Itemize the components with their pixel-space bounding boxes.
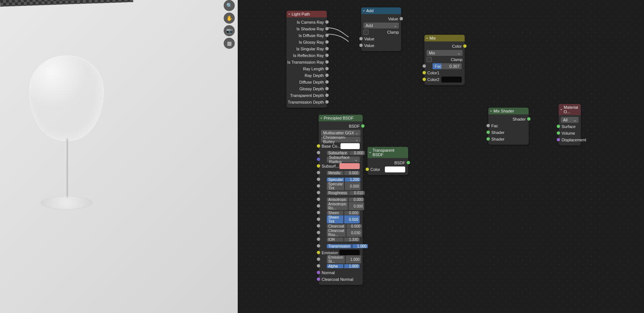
shader-input-1[interactable]: Shader	[488, 129, 529, 136]
lightpath-output-3[interactable]: Is Glossy Ray	[287, 39, 327, 46]
fac-input[interactable]: Fac	[488, 122, 529, 129]
lightpath-output-9[interactable]: Diffuse Depth	[287, 79, 327, 85]
blend-mode-select[interactable]: Mix	[427, 50, 462, 56]
lightpath-output-4[interactable]: Is Singular Ray	[287, 46, 327, 52]
node-title: Principled BSDF	[324, 116, 354, 120]
alpha-input[interactable]: Alpha1.000	[319, 263, 363, 269]
principled-param-transmission[interactable]: Transmission1.000	[319, 243, 363, 249]
principled-param-subsurface-radius[interactable]: Subsurface Radius	[319, 156, 363, 163]
node-title: Mix Shader	[494, 109, 514, 113]
principled-param-anisotropic-ro-[interactable]: Anisotropic Ro...0.000	[319, 203, 363, 209]
node-title: Add	[366, 9, 374, 13]
principled-bsdf-node[interactable]: Principled BSDF BSDF Multiscatter GGX Ch…	[319, 115, 363, 285]
clearcoat-normal-input[interactable]: Clearcoat Normal	[319, 276, 363, 283]
color1-input[interactable]: Color1	[424, 70, 465, 76]
transparent-bg-edge	[0, 0, 133, 7]
perspective-icon[interactable]: ▦	[224, 38, 235, 49]
value-output[interactable]: Value	[361, 16, 401, 22]
fac-slider[interactable]: Fac0.307	[433, 63, 462, 69]
pan-icon[interactable]: ✋	[224, 13, 235, 24]
viewport-tool-column: 🔍 ✋ 📷 ▦	[224, 0, 235, 49]
emission-strength-input[interactable]: Emission St...1.000	[319, 256, 363, 263]
material-output-node[interactable]: Material O... All Surface Volume Displac…	[559, 104, 581, 145]
lightpath-output-5[interactable]: Is Reflection Ray	[287, 52, 327, 59]
principled-param-sheen-tint[interactable]: Sheen Tint0.500	[319, 216, 363, 223]
math-add-node[interactable]: Add Value Add Clamp Value Value	[361, 7, 401, 51]
lightpath-output-1[interactable]: Is Shadow Ray	[287, 26, 327, 32]
node-title: Light Path	[292, 12, 310, 16]
lightpath-output-10[interactable]: Glossy Depth	[287, 85, 327, 92]
value-input-2[interactable]: Value	[361, 42, 401, 49]
bsdf-output[interactable]: BSDF	[367, 159, 408, 166]
node-header[interactable]: Principled BSDF	[319, 115, 363, 121]
color-output[interactable]: Color	[424, 43, 465, 50]
base-color-input[interactable]: Base Co...	[319, 143, 363, 149]
node-header[interactable]: Mix	[424, 35, 465, 41]
node-header[interactable]: Add	[361, 7, 401, 14]
lightpath-output-2[interactable]: Is Diffuse Ray	[287, 32, 327, 39]
lightpath-output-8[interactable]: Ray Depth	[287, 72, 327, 79]
displacement-input[interactable]: Displacement	[559, 137, 581, 143]
volume-input[interactable]: Volume	[559, 130, 581, 137]
lightpath-output-12[interactable]: Transmission Depth	[287, 99, 327, 105]
bsdf-output[interactable]: BSDF	[319, 123, 363, 129]
emission-swatch[interactable]	[339, 250, 360, 256]
node-header[interactable]: Transparent BSDF	[367, 147, 408, 158]
principled-param-metallic[interactable]: Metallic0.000	[319, 169, 363, 176]
node-editor[interactable]: Light Path Is Camera RayIs Shadow RayIs …	[238, 0, 644, 313]
node-header[interactable]: Mix Shader	[488, 108, 529, 114]
wineglass-render	[22, 55, 111, 222]
surface-input[interactable]: Surface	[559, 123, 581, 130]
shader-input-2[interactable]: Shader	[488, 136, 529, 142]
node-title: Mix	[430, 36, 436, 40]
node-header[interactable]: Material O...	[559, 104, 581, 115]
clamp-label: Clamp	[387, 30, 399, 34]
mix-shader-node[interactable]: Mix Shader Shader Fac Shader Shader	[488, 108, 529, 145]
lightpath-output-7[interactable]: Ray Length	[287, 65, 327, 72]
color-swatch[interactable]	[385, 166, 405, 172]
principled-param-ior[interactable]: IOR1.330	[319, 236, 363, 243]
node-title: Transparent BSDF	[373, 148, 406, 157]
fac-input[interactable]: Fac0.307	[424, 63, 465, 70]
light-path-node[interactable]: Light Path Is Camera RayIs Shadow RayIs …	[287, 11, 327, 108]
base-color-swatch[interactable]	[340, 143, 360, 149]
lightpath-output-11[interactable]: Transparent Depth	[287, 92, 327, 99]
node-header[interactable]: Light Path	[287, 11, 327, 17]
clamp-checkbox[interactable]	[427, 57, 432, 62]
sss-method-select[interactable]: Christensen-Burley	[321, 137, 360, 142]
math-op-select[interactable]: Add	[363, 23, 399, 28]
camera-icon[interactable]: 📷	[224, 25, 235, 36]
clamp-checkbox[interactable]	[363, 30, 369, 35]
render-viewport[interactable]: 🔍 ✋ 📷 ▦	[0, 0, 238, 313]
target-select[interactable]: All	[561, 117, 579, 123]
principled-param-roughness[interactable]: Roughness0.010	[319, 189, 363, 196]
principled-param-subsurf-[interactable]: Subsurf...	[319, 163, 363, 169]
clamp-label: Clamp	[451, 57, 462, 62]
color-input[interactable]: Color	[367, 166, 408, 173]
node-title: Material O...	[564, 105, 579, 114]
lightpath-output-0[interactable]: Is Camera Ray	[287, 19, 327, 26]
mix-rgb-node[interactable]: Mix Color Mix Clamp Fac0.307 Color1 Colo…	[424, 35, 465, 85]
zoom-icon[interactable]: 🔍	[224, 0, 235, 11]
color2-input[interactable]: Color2	[424, 76, 465, 83]
shader-output[interactable]: Shader	[488, 116, 529, 122]
transparent-bsdf-node[interactable]: Transparent BSDF BSDF Color	[367, 147, 408, 175]
principled-param-clearcoat-rou-[interactable]: Clearcoat Rou...0.030	[319, 229, 363, 236]
principled-param-specular-tint[interactable]: Specular Tint0.000	[319, 183, 363, 189]
value-input-1[interactable]: Value	[361, 36, 401, 42]
lightpath-output-6[interactable]: Is Transmission Ray	[287, 59, 327, 65]
color2-swatch[interactable]	[441, 77, 462, 83]
normal-input[interactable]: Normal	[319, 269, 363, 276]
